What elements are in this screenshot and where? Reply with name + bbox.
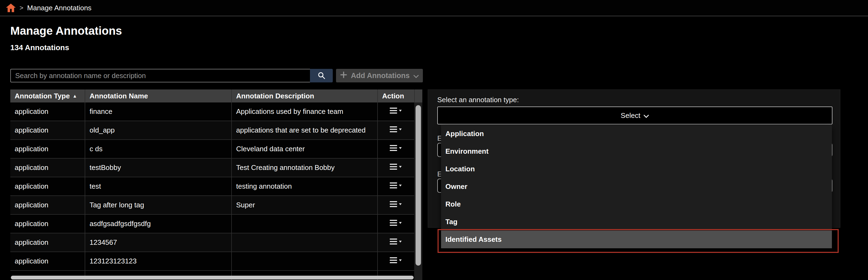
row-actions-menu-button[interactable] <box>377 121 414 139</box>
breadcrumb: > Manage Annotations <box>0 0 868 16</box>
breadcrumb-current[interactable]: Manage Annotations <box>27 4 91 12</box>
table-row[interactable]: application old_app applications that ar… <box>10 121 414 140</box>
cell-annotation-type: application <box>10 252 85 270</box>
column-header-annotation-type[interactable]: Annotation Type ▲ <box>10 90 85 102</box>
annotation-type-panel: Select an annotation type: Select E E Ap… <box>428 90 840 228</box>
cell-annotation-description: Super <box>231 196 377 214</box>
row-actions-menu-button[interactable] <box>377 159 414 177</box>
hamburger-menu-icon <box>390 182 402 191</box>
breadcrumb-separator: > <box>20 4 23 12</box>
horizontal-scrollbar-thumb[interactable] <box>11 276 414 279</box>
cell-annotation-name: test <box>85 177 231 196</box>
dropdown-option[interactable]: Location <box>441 160 832 178</box>
hamburger-menu-icon <box>390 144 402 154</box>
chevron-down-icon <box>413 72 419 80</box>
dropdown-option[interactable]: Owner <box>441 178 832 196</box>
select-value: Select <box>621 111 640 120</box>
annotation-type-dropdown: Application Environment Location Owner R… <box>441 125 832 248</box>
search-input[interactable] <box>10 69 310 82</box>
cell-annotation-type: application <box>10 215 85 233</box>
cell-annotation-description: Cleveland data center <box>231 140 377 158</box>
cell-annotation-name: finance <box>85 102 231 120</box>
cell-annotation-description: testing annotation <box>231 177 377 196</box>
hamburger-menu-icon <box>390 200 402 210</box>
annotations-table: Annotation Type ▲ Annotation Name Annota… <box>10 90 422 280</box>
add-annotations-button[interactable]: Add Annotations <box>336 69 423 82</box>
hamburger-menu-icon <box>390 163 402 172</box>
cell-annotation-description <box>231 215 377 233</box>
search-button[interactable] <box>310 69 333 82</box>
cell-annotation-description <box>231 252 377 270</box>
cell-annotation-description <box>231 233 377 251</box>
table-row[interactable]: application 123123123123 <box>10 252 414 271</box>
hamburger-menu-icon <box>390 238 402 247</box>
hamburger-menu-icon <box>390 256 402 266</box>
column-header-annotation-description[interactable]: Annotation Description <box>231 90 377 102</box>
row-actions-menu-button[interactable] <box>377 196 414 214</box>
sort-ascending-icon: ▲ <box>72 94 77 98</box>
dropdown-option[interactable]: Role <box>441 196 832 213</box>
annotation-type-select[interactable]: Select <box>437 107 832 125</box>
column-header-label: Annotation Type <box>14 92 70 100</box>
select-annotation-type-label: Select an annotation type: <box>437 96 519 104</box>
cell-annotation-name: testBobby <box>85 159 231 177</box>
cell-annotation-type: application <box>10 159 85 177</box>
annotation-count: 134 Annotations <box>10 43 69 52</box>
table-row[interactable]: application Tag after long tag Super <box>10 196 414 215</box>
cell-annotation-type: application <box>10 196 85 214</box>
vertical-scrollbar-thumb[interactable] <box>415 105 421 266</box>
hamburger-menu-icon <box>390 219 402 229</box>
hamburger-menu-icon <box>390 126 402 135</box>
dropdown-option[interactable]: Identified Assets <box>441 231 832 248</box>
cell-annotation-description: applications that are set to be deprecat… <box>231 121 377 139</box>
table-row[interactable]: application c ds Cleveland data center <box>10 140 414 159</box>
table-body: application finance Applications used by… <box>10 102 414 271</box>
row-actions-menu-button[interactable] <box>377 102 414 120</box>
cell-annotation-name: 1234567 <box>85 233 231 251</box>
row-actions-menu-button[interactable] <box>377 233 414 251</box>
column-header-action: Action <box>377 90 414 102</box>
cell-annotation-name: old_app <box>85 121 231 139</box>
table-row[interactable]: application testBobby Test Creating anno… <box>10 159 414 177</box>
add-annotations-label: Add Annotations <box>351 72 410 80</box>
header-scrollbar-gutter <box>414 90 422 102</box>
row-actions-menu-button[interactable] <box>377 140 414 158</box>
dropdown-option[interactable]: Environment <box>441 143 832 160</box>
cell-annotation-name: 123123123123 <box>85 252 231 270</box>
home-icon[interactable] <box>6 3 16 12</box>
row-actions-menu-button[interactable] <box>377 215 414 233</box>
vertical-scrollbar[interactable] <box>414 102 422 280</box>
row-actions-menu-button[interactable] <box>377 252 414 270</box>
column-header-annotation-name[interactable]: Annotation Name <box>85 90 231 102</box>
cell-annotation-type: application <box>10 233 85 251</box>
cell-annotation-description: Applications used by finance team <box>231 102 377 120</box>
cell-annotation-name: asdfgsadfgsdfgsdfg <box>85 215 231 233</box>
cell-annotation-type: application <box>10 121 85 139</box>
cell-annotation-name: Tag after long tag <box>85 196 231 214</box>
cell-annotation-description: Test Creating annotation Bobby <box>231 159 377 177</box>
search-icon <box>317 71 326 80</box>
table-row[interactable]: application asdfgsadfgsdfgsdfg <box>10 215 414 233</box>
cell-annotation-type: application <box>10 140 85 158</box>
dropdown-option[interactable]: Tag <box>441 213 832 231</box>
chevron-down-icon <box>644 111 649 120</box>
table-row[interactable]: application 1234567 <box>10 233 414 252</box>
row-actions-menu-button[interactable] <box>377 177 414 196</box>
page-title: Manage Annotations <box>10 24 122 37</box>
dropdown-option[interactable]: Application <box>441 125 832 143</box>
hamburger-menu-icon <box>390 107 402 116</box>
cell-annotation-type: application <box>10 177 85 196</box>
table-header: Annotation Type ▲ Annotation Name Annota… <box>10 90 422 102</box>
cell-annotation-type: application <box>10 102 85 120</box>
table-row[interactable]: application test testing annotation <box>10 177 414 196</box>
toolbar: Add Annotations <box>10 69 423 82</box>
table-row[interactable]: application finance Applications used by… <box>10 102 414 121</box>
cell-annotation-name: c ds <box>85 140 231 158</box>
plus-icon <box>340 71 347 80</box>
